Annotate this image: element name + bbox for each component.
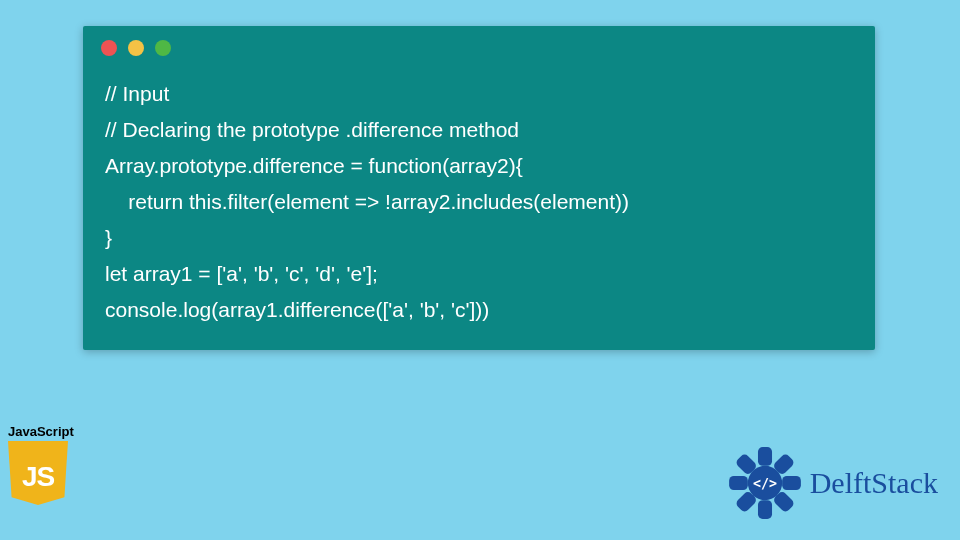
svg-rect-4	[758, 500, 772, 519]
close-icon	[101, 40, 117, 56]
window-traffic-lights	[101, 40, 171, 56]
maximize-icon	[155, 40, 171, 56]
svg-rect-2	[782, 476, 801, 490]
javascript-label: JavaScript	[8, 424, 78, 439]
svg-rect-6	[729, 476, 748, 490]
minimize-icon	[128, 40, 144, 56]
javascript-logo-icon: JS	[8, 441, 68, 505]
javascript-logo-text: JS	[8, 461, 68, 493]
code-window: // Input // Declaring the prototype .dif…	[83, 26, 875, 350]
javascript-badge: JavaScript JS	[8, 424, 78, 505]
svg-rect-0	[758, 447, 772, 466]
delftstack-logo-icon: </>	[726, 444, 804, 522]
code-block: // Input // Declaring the prototype .dif…	[105, 76, 857, 328]
delftstack-badge: </> DelftStack	[726, 444, 938, 522]
delftstack-label: DelftStack	[810, 466, 938, 500]
svg-text:</>: </>	[753, 476, 777, 491]
